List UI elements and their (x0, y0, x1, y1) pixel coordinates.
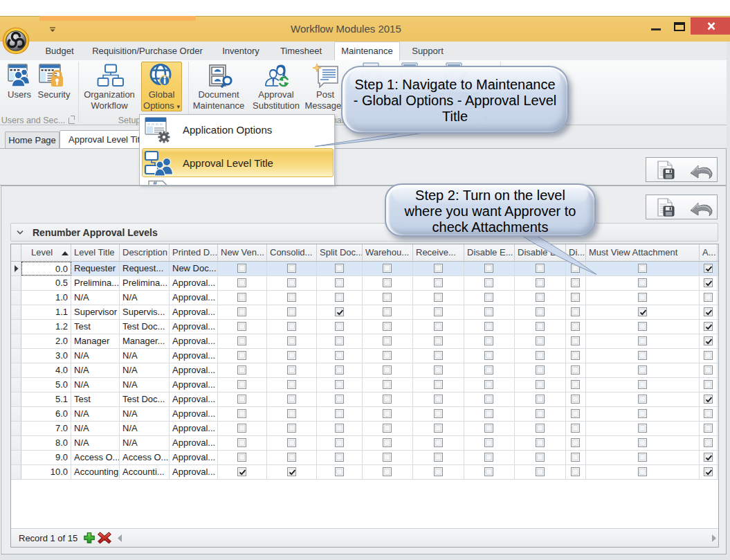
svg-text:#: # (153, 181, 157, 186)
